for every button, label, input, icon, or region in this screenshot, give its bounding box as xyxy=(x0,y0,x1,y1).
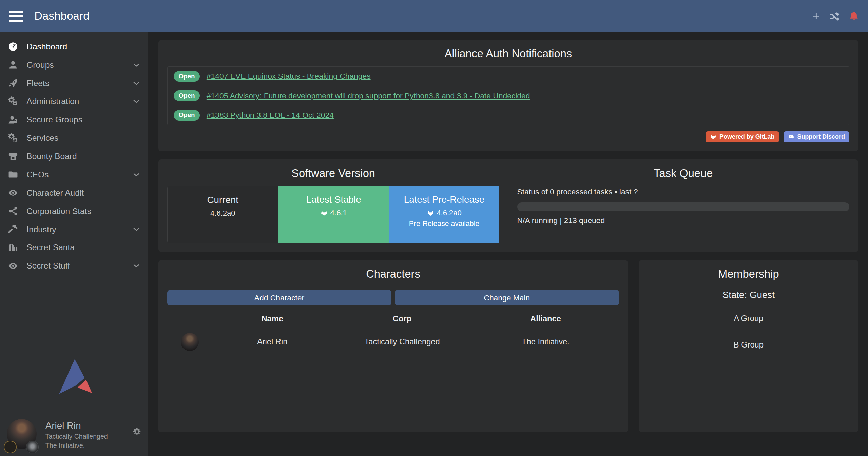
prerelease-version: 4.6.2a0 xyxy=(437,209,461,217)
sidebar-item-administration[interactable]: Administration xyxy=(0,93,148,111)
main-content: Alliance Auth Notifications Open #1407 E… xyxy=(148,32,868,456)
eye-icon xyxy=(8,261,18,271)
shuffle-icon[interactable] xyxy=(829,11,841,22)
alliance-auth-logo xyxy=(0,357,148,414)
group-list-item: A Group xyxy=(648,305,849,332)
sidebar-item-secret-stuff[interactable]: Secret Stuff xyxy=(0,257,148,275)
user-lock-icon xyxy=(8,115,18,125)
corp-column-header: Corp xyxy=(332,311,472,329)
version-prerelease-box: Latest Pre-Release 4.6.2a0 Pre-Release a… xyxy=(389,186,500,243)
discord-icon xyxy=(788,134,795,140)
character-row: Ariel Rin Tactically Challenged The Init… xyxy=(167,329,619,355)
notification-item: Open #1405 Advisory: Future development … xyxy=(168,86,849,105)
alliance-column-header: Alliance xyxy=(472,311,619,329)
notifications-title: Alliance Auth Notifications xyxy=(167,46,849,61)
notifications-bell-icon[interactable] xyxy=(848,11,860,22)
notification-item: Open #1383 Python 3.8 EOL - 14 Oct 2024 xyxy=(168,105,849,125)
status-badge: Open xyxy=(174,71,200,82)
sidebar-item-dashboard[interactable]: Dashboard xyxy=(0,38,148,56)
character-portrait xyxy=(181,333,198,351)
characters-panel: Characters Add Character Change Main Nam… xyxy=(158,260,628,432)
rocket-icon xyxy=(8,78,18,88)
notification-item: Open #1407 EVE Equinox Status - Breaking… xyxy=(168,67,849,86)
gears-icon xyxy=(8,96,18,107)
chevron-down-icon xyxy=(132,261,141,270)
software-version-section: Software Version Current 4.6.2a0 Latest … xyxy=(158,166,508,245)
membership-state: State: Guest xyxy=(648,290,849,300)
gitlab-tanuki-icon xyxy=(427,210,435,217)
sidebar-item-secret-santa[interactable]: Secret Santa xyxy=(0,238,148,257)
task-progress-bar xyxy=(517,202,849,211)
notification-link[interactable]: #1407 EVE Equinox Status - Breaking Chan… xyxy=(207,72,371,81)
status-panel: Software Version Current 4.6.2a0 Latest … xyxy=(158,159,858,252)
sidebar-item-character-audit[interactable]: Character Audit xyxy=(0,184,148,202)
gitlab-tanuki-icon xyxy=(710,134,717,140)
sidebar-menu: Dashboard Groups Fleets xyxy=(0,32,148,275)
characters-title: Characters xyxy=(167,267,619,281)
character-name: Ariel Rin xyxy=(212,329,332,355)
sidebar-item-industry[interactable]: Industry xyxy=(0,220,148,239)
stable-version: 4.6.1 xyxy=(330,209,347,217)
status-badge: Open xyxy=(174,90,200,101)
current-version: 4.6.2a0 xyxy=(210,209,235,218)
gears-icon xyxy=(8,133,18,143)
notification-link[interactable]: #1405 Advisory: Future development will … xyxy=(207,91,530,100)
character-alliance: The Initiative. xyxy=(472,329,619,355)
notifications-panel: Alliance Auth Notifications Open #1407 E… xyxy=(158,40,858,151)
add-icon[interactable] xyxy=(811,11,822,22)
prerelease-note: Pre-Release available xyxy=(409,220,479,228)
eye-icon xyxy=(8,187,18,198)
alliance-logo-badge xyxy=(26,441,39,454)
store-icon xyxy=(8,151,18,162)
task-queue-title: Task Queue xyxy=(517,166,849,180)
corp-logo-badge xyxy=(4,441,17,454)
status-badge: Open xyxy=(174,110,200,121)
sidebar-item-groups[interactable]: Groups xyxy=(0,56,148,74)
user-alliance: The Initiative. xyxy=(45,441,108,450)
user-avatar xyxy=(7,419,38,450)
characters-table: Name Corp Alliance Ariel Rin Tactically … xyxy=(167,311,619,355)
gauge-icon xyxy=(8,41,18,52)
add-character-button[interactable]: Add Character xyxy=(167,290,391,305)
change-main-button[interactable]: Change Main xyxy=(395,290,619,305)
menu-toggle-icon[interactable] xyxy=(9,11,23,22)
portrait-column-header xyxy=(167,311,212,329)
alliance-auth-dashboard: Dashboard Dashboard xyxy=(0,0,868,456)
task-queue-line: N/A running | 213 queued xyxy=(517,216,849,225)
user-name: Ariel Rin xyxy=(45,420,108,432)
group-list-item: B Group xyxy=(648,332,849,358)
sidebar-item-fleets[interactable]: Fleets xyxy=(0,74,148,93)
sidebar-item-corporation-stats[interactable]: Corporation Stats xyxy=(0,202,148,220)
sidebar-item-secure-groups[interactable]: Secure Groups xyxy=(0,111,148,129)
task-queue-section: Task Queue Status of 0 processed tasks •… xyxy=(508,166,858,245)
version-current-box: Current 4.6.2a0 xyxy=(167,186,278,243)
discord-badge[interactable]: Support Discord xyxy=(784,131,849,142)
sidebar-item-services[interactable]: Services xyxy=(0,129,148,147)
membership-group-list: A Group B Group xyxy=(648,305,849,358)
chevron-down-icon xyxy=(132,61,141,70)
sidebar-item-bounty-board[interactable]: Bounty Board xyxy=(0,147,148,165)
gitlab-badge[interactable]: Powered by GitLab xyxy=(706,131,779,142)
sidebar-item-ceos[interactable]: CEOs xyxy=(0,165,148,184)
gitlab-tanuki-icon xyxy=(320,210,328,217)
settings-gear-icon[interactable] xyxy=(132,427,142,436)
version-stable-box: Latest Stable 4.6.1 xyxy=(278,186,389,243)
gifts-icon xyxy=(8,242,18,253)
task-status-line: Status of 0 processed tasks • last ? xyxy=(517,187,849,196)
sidebar: Dashboard Groups Fleets xyxy=(0,32,148,456)
name-column-header: Name xyxy=(212,311,332,329)
user-panel: Ariel Rin Tactically Challenged The Init… xyxy=(0,414,148,456)
folder-icon xyxy=(8,169,18,180)
top-navbar: Dashboard xyxy=(0,0,868,32)
membership-panel: Membership State: Guest A Group B Group xyxy=(639,260,858,432)
notifications-list: Open #1407 EVE Equinox Status - Breaking… xyxy=(167,66,849,125)
user-corp: Tactically Challenged xyxy=(45,432,108,441)
chevron-down-icon xyxy=(132,97,141,106)
membership-title: Membership xyxy=(648,267,849,281)
notification-link[interactable]: #1383 Python 3.8 EOL - 14 Oct 2024 xyxy=(207,111,334,120)
chevron-down-icon xyxy=(132,225,141,234)
hammer-icon xyxy=(8,224,18,235)
software-version-title: Software Version xyxy=(167,166,499,180)
share-nodes-icon xyxy=(8,206,18,216)
chevron-down-icon xyxy=(132,170,141,179)
